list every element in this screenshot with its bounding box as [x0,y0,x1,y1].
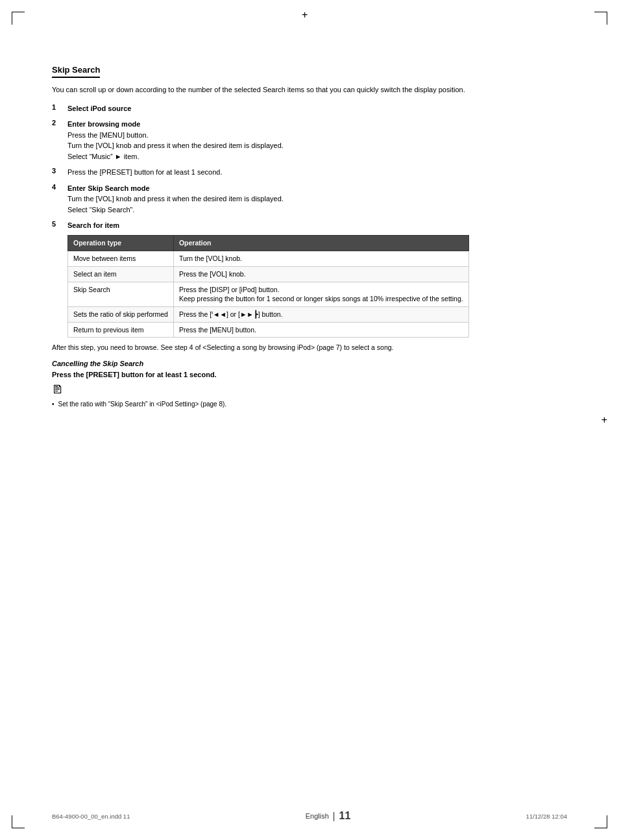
table-cell-type: Move between items [68,251,174,267]
step-content-5: Search for item Operation type Operation… [67,220,469,338]
step-number-5: 5 [52,220,65,228]
footer-separator: | [333,811,335,821]
table-cell-type: Return to previous item [68,322,174,338]
step-3: 3 Press the [PRESET] button for at least… [52,167,545,178]
table-header-type: Operation type [68,235,174,251]
footer-file-info: B64-4900-00_00_en.indd 11 [52,813,130,820]
bullet-dot: • [52,399,55,409]
step-title-5: Search for item [67,221,119,229]
section-title: Skip Search [52,65,100,78]
table-cell-type: Skip Search [68,282,174,306]
note-icon: 🖹 [52,383,545,397]
step-1: 1 Select iPod source [52,103,545,114]
step-title-1: Select iPod source [67,105,131,112]
content-area: Skip Search You can scroll up or down ac… [52,65,545,409]
step-body-3: Press the [PRESET] button for at least 1… [67,168,222,176]
step-content-1: Select iPod source [67,103,131,114]
table-cell-op: Press the [DISP] or [iPod] button. Keep … [173,282,468,306]
crosshair-right [601,414,607,426]
step-number-2: 2 [52,119,65,127]
crosshair-top [305,12,314,21]
step-content-3: Press the [PRESET] button for at least 1… [67,167,222,178]
step-4: 4 Enter Skip Search mode Turn the [VOL] … [52,183,545,216]
table-cell-op: Press the [MENU] button. [173,322,468,338]
table-row: Move between items Turn the [VOL] knob. [68,251,469,267]
step-content-2: Enter browsing mode Press the [MENU] but… [67,119,284,162]
footer-language: English [306,812,329,820]
corner-mark-tl [12,12,25,25]
cancelling-body: Press the [PRESET] button for at least 1… [52,369,545,380]
bullet-note: • Set the ratio with “Skip Search” in <i… [52,399,545,409]
step-number-1: 1 [52,103,65,111]
footer: B64-4900-00_00_en.indd 11 English | 11 1… [0,810,619,822]
step-body-2: Press the [MENU] button. Turn the [VOL] … [67,131,284,160]
footer-date: 11/12/28 12:04 [526,813,567,820]
table-row: Sets the ratio of skip performed Press t… [68,307,469,323]
cancelling-section: Cancelling the Skip Search Press the [PR… [52,360,545,409]
operation-table: Operation type Operation Move between it… [67,235,469,338]
step-title-2: Enter browsing mode [67,120,140,128]
step-5: 5 Search for item Operation type Operati… [52,220,545,338]
after-table-note: After this step, you need to browse. See… [52,343,545,353]
table-header-operation: Operation [173,235,468,251]
intro-text: You can scroll up or down according to t… [52,84,545,95]
cancelling-title-text: Cancelling the Skip Search [52,360,143,367]
table-row: Return to previous item Press the [MENU]… [68,322,469,338]
bullet-note-text: Set the ratio with “Skip Search” in <iPo… [58,399,227,409]
steps-list: 1 Select iPod source 2 Enter browsing mo… [52,103,545,338]
step-2: 2 Enter browsing mode Press the [MENU] b… [52,119,545,162]
table-cell-type: Select an item [68,266,174,282]
step-content-4: Enter Skip Search mode Turn the [VOL] kn… [67,183,284,216]
table-cell-op: Turn the [VOL] knob. [173,251,468,267]
step-title-4: Enter Skip Search mode [67,184,150,192]
cancelling-title: Cancelling the Skip Search [52,360,545,367]
corner-mark-tr [594,12,607,25]
footer-page-number: 11 [339,810,350,822]
table-row: Select an item Press the [VOL] knob. [68,266,469,282]
step-number-3: 3 [52,167,65,175]
table-cell-type: Sets the ratio of skip performed [68,307,174,323]
table-cell-op: Press the [ᑊ◄◄] or [►►┣] button. [173,307,468,323]
step-number-4: 4 [52,183,65,191]
table-row: Skip Search Press the [DISP] or [iPod] b… [68,282,469,306]
step-body-4: Turn the [VOL] knob and press it when th… [67,195,284,214]
table-cell-op: Press the [VOL] knob. [173,266,468,282]
footer-center: English | 11 [306,810,351,822]
page: Skip Search You can scroll up or down ac… [0,0,619,840]
